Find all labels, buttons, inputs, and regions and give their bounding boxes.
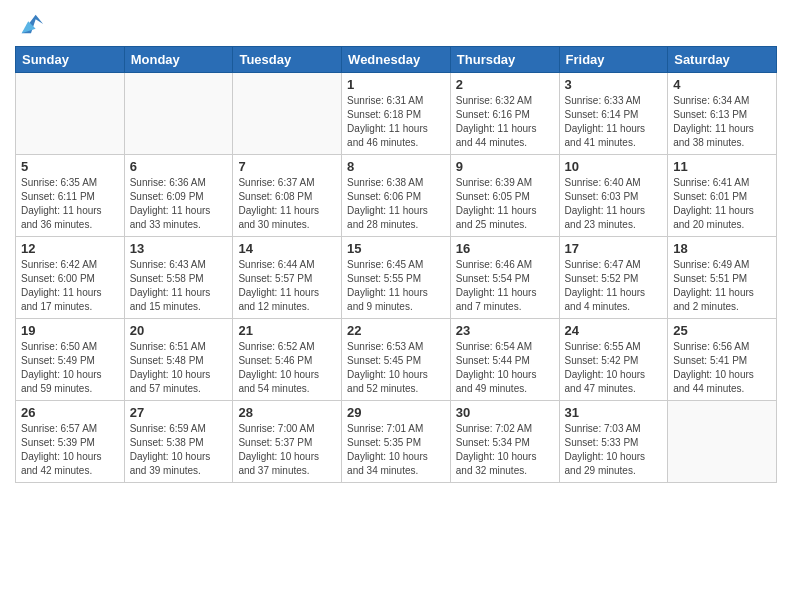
day-number: 28: [238, 405, 336, 420]
table-row: 23Sunrise: 6:54 AM Sunset: 5:44 PM Dayli…: [450, 319, 559, 401]
table-row: 3Sunrise: 6:33 AM Sunset: 6:14 PM Daylig…: [559, 73, 668, 155]
day-number: 7: [238, 159, 336, 174]
day-number: 13: [130, 241, 228, 256]
day-number: 31: [565, 405, 663, 420]
day-number: 10: [565, 159, 663, 174]
day-info: Sunrise: 6:39 AM Sunset: 6:05 PM Dayligh…: [456, 176, 554, 232]
day-number: 6: [130, 159, 228, 174]
table-row: 21Sunrise: 6:52 AM Sunset: 5:46 PM Dayli…: [233, 319, 342, 401]
calendar: Sunday Monday Tuesday Wednesday Thursday…: [15, 46, 777, 483]
day-info: Sunrise: 6:37 AM Sunset: 6:08 PM Dayligh…: [238, 176, 336, 232]
day-info: Sunrise: 6:51 AM Sunset: 5:48 PM Dayligh…: [130, 340, 228, 396]
table-row: 8Sunrise: 6:38 AM Sunset: 6:06 PM Daylig…: [342, 155, 451, 237]
day-number: 5: [21, 159, 119, 174]
day-info: Sunrise: 6:55 AM Sunset: 5:42 PM Dayligh…: [565, 340, 663, 396]
day-info: Sunrise: 6:38 AM Sunset: 6:06 PM Dayligh…: [347, 176, 445, 232]
day-number: 3: [565, 77, 663, 92]
day-info: Sunrise: 6:43 AM Sunset: 5:58 PM Dayligh…: [130, 258, 228, 314]
day-number: 17: [565, 241, 663, 256]
day-info: Sunrise: 6:46 AM Sunset: 5:54 PM Dayligh…: [456, 258, 554, 314]
day-info: Sunrise: 6:49 AM Sunset: 5:51 PM Dayligh…: [673, 258, 771, 314]
day-number: 16: [456, 241, 554, 256]
day-info: Sunrise: 6:44 AM Sunset: 5:57 PM Dayligh…: [238, 258, 336, 314]
day-number: 14: [238, 241, 336, 256]
day-info: Sunrise: 6:34 AM Sunset: 6:13 PM Dayligh…: [673, 94, 771, 150]
table-row: [124, 73, 233, 155]
day-info: Sunrise: 6:40 AM Sunset: 6:03 PM Dayligh…: [565, 176, 663, 232]
table-row: [233, 73, 342, 155]
table-row: 28Sunrise: 7:00 AM Sunset: 5:37 PM Dayli…: [233, 401, 342, 483]
day-number: 1: [347, 77, 445, 92]
day-info: Sunrise: 6:47 AM Sunset: 5:52 PM Dayligh…: [565, 258, 663, 314]
day-info: Sunrise: 6:42 AM Sunset: 6:00 PM Dayligh…: [21, 258, 119, 314]
table-row: 6Sunrise: 6:36 AM Sunset: 6:09 PM Daylig…: [124, 155, 233, 237]
day-info: Sunrise: 6:52 AM Sunset: 5:46 PM Dayligh…: [238, 340, 336, 396]
table-row: 7Sunrise: 6:37 AM Sunset: 6:08 PM Daylig…: [233, 155, 342, 237]
calendar-header-row: Sunday Monday Tuesday Wednesday Thursday…: [16, 47, 777, 73]
day-info: Sunrise: 6:54 AM Sunset: 5:44 PM Dayligh…: [456, 340, 554, 396]
table-row: 14Sunrise: 6:44 AM Sunset: 5:57 PM Dayli…: [233, 237, 342, 319]
table-row: 18Sunrise: 6:49 AM Sunset: 5:51 PM Dayli…: [668, 237, 777, 319]
page: Sunday Monday Tuesday Wednesday Thursday…: [0, 0, 792, 612]
calendar-week-2: 5Sunrise: 6:35 AM Sunset: 6:11 PM Daylig…: [16, 155, 777, 237]
day-number: 26: [21, 405, 119, 420]
table-row: 31Sunrise: 7:03 AM Sunset: 5:33 PM Dayli…: [559, 401, 668, 483]
table-row: 19Sunrise: 6:50 AM Sunset: 5:49 PM Dayli…: [16, 319, 125, 401]
calendar-week-3: 12Sunrise: 6:42 AM Sunset: 6:00 PM Dayli…: [16, 237, 777, 319]
day-number: 19: [21, 323, 119, 338]
day-number: 20: [130, 323, 228, 338]
day-number: 21: [238, 323, 336, 338]
table-row: 27Sunrise: 6:59 AM Sunset: 5:38 PM Dayli…: [124, 401, 233, 483]
table-row: 5Sunrise: 6:35 AM Sunset: 6:11 PM Daylig…: [16, 155, 125, 237]
day-info: Sunrise: 6:53 AM Sunset: 5:45 PM Dayligh…: [347, 340, 445, 396]
col-monday: Monday: [124, 47, 233, 73]
table-row: 26Sunrise: 6:57 AM Sunset: 5:39 PM Dayli…: [16, 401, 125, 483]
logo: [15, 10, 45, 38]
table-row: 15Sunrise: 6:45 AM Sunset: 5:55 PM Dayli…: [342, 237, 451, 319]
col-friday: Friday: [559, 47, 668, 73]
day-number: 25: [673, 323, 771, 338]
table-row: 29Sunrise: 7:01 AM Sunset: 5:35 PM Dayli…: [342, 401, 451, 483]
day-number: 2: [456, 77, 554, 92]
day-number: 24: [565, 323, 663, 338]
table-row: 13Sunrise: 6:43 AM Sunset: 5:58 PM Dayli…: [124, 237, 233, 319]
day-number: 30: [456, 405, 554, 420]
day-number: 18: [673, 241, 771, 256]
table-row: 30Sunrise: 7:02 AM Sunset: 5:34 PM Dayli…: [450, 401, 559, 483]
header: [15, 10, 777, 38]
day-info: Sunrise: 7:02 AM Sunset: 5:34 PM Dayligh…: [456, 422, 554, 478]
day-info: Sunrise: 6:35 AM Sunset: 6:11 PM Dayligh…: [21, 176, 119, 232]
col-tuesday: Tuesday: [233, 47, 342, 73]
table-row: 10Sunrise: 6:40 AM Sunset: 6:03 PM Dayli…: [559, 155, 668, 237]
day-info: Sunrise: 7:03 AM Sunset: 5:33 PM Dayligh…: [565, 422, 663, 478]
table-row: 1Sunrise: 6:31 AM Sunset: 6:18 PM Daylig…: [342, 73, 451, 155]
day-number: 27: [130, 405, 228, 420]
day-number: 22: [347, 323, 445, 338]
day-info: Sunrise: 6:33 AM Sunset: 6:14 PM Dayligh…: [565, 94, 663, 150]
table-row: 24Sunrise: 6:55 AM Sunset: 5:42 PM Dayli…: [559, 319, 668, 401]
col-sunday: Sunday: [16, 47, 125, 73]
col-thursday: Thursday: [450, 47, 559, 73]
day-number: 11: [673, 159, 771, 174]
table-row: 20Sunrise: 6:51 AM Sunset: 5:48 PM Dayli…: [124, 319, 233, 401]
table-row: 16Sunrise: 6:46 AM Sunset: 5:54 PM Dayli…: [450, 237, 559, 319]
day-number: 15: [347, 241, 445, 256]
calendar-week-4: 19Sunrise: 6:50 AM Sunset: 5:49 PM Dayli…: [16, 319, 777, 401]
day-info: Sunrise: 6:45 AM Sunset: 5:55 PM Dayligh…: [347, 258, 445, 314]
day-number: 12: [21, 241, 119, 256]
table-row: 17Sunrise: 6:47 AM Sunset: 5:52 PM Dayli…: [559, 237, 668, 319]
day-info: Sunrise: 7:00 AM Sunset: 5:37 PM Dayligh…: [238, 422, 336, 478]
day-info: Sunrise: 6:32 AM Sunset: 6:16 PM Dayligh…: [456, 94, 554, 150]
table-row: 2Sunrise: 6:32 AM Sunset: 6:16 PM Daylig…: [450, 73, 559, 155]
col-wednesday: Wednesday: [342, 47, 451, 73]
day-info: Sunrise: 7:01 AM Sunset: 5:35 PM Dayligh…: [347, 422, 445, 478]
table-row: 12Sunrise: 6:42 AM Sunset: 6:00 PM Dayli…: [16, 237, 125, 319]
table-row: 22Sunrise: 6:53 AM Sunset: 5:45 PM Dayli…: [342, 319, 451, 401]
day-number: 9: [456, 159, 554, 174]
day-number: 8: [347, 159, 445, 174]
table-row: 11Sunrise: 6:41 AM Sunset: 6:01 PM Dayli…: [668, 155, 777, 237]
day-number: 29: [347, 405, 445, 420]
day-info: Sunrise: 6:56 AM Sunset: 5:41 PM Dayligh…: [673, 340, 771, 396]
day-info: Sunrise: 6:59 AM Sunset: 5:38 PM Dayligh…: [130, 422, 228, 478]
table-row: 9Sunrise: 6:39 AM Sunset: 6:05 PM Daylig…: [450, 155, 559, 237]
